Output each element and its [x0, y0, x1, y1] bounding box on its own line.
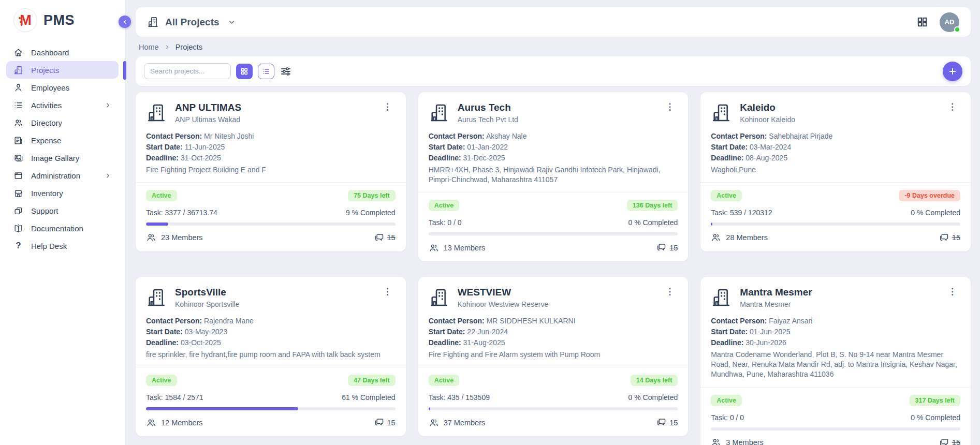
window-icon: [13, 171, 23, 181]
chat-button[interactable]: 15: [939, 437, 960, 445]
deadline-line: Deadline: 08-Aug-2025: [711, 153, 960, 164]
chevron-left-icon: [122, 19, 128, 25]
start-date-value: 01-Jan-2022: [467, 143, 508, 151]
members-icon: [429, 418, 439, 428]
progress-fill: [146, 407, 298, 410]
sidebar-item-image-gallery[interactable]: Image Gallary: [6, 149, 119, 167]
start-date-line: Start Date: 01-Jun-2025: [711, 327, 960, 337]
deadline-label: Deadline:: [429, 154, 461, 162]
sidebar-item-label: Dashboard: [31, 48, 69, 57]
sidebar-item-documentation[interactable]: Documentation: [6, 219, 119, 237]
card-menu-button[interactable]: ⋮: [945, 286, 960, 297]
project-description: fire sprinkler, fire hydrant,fire pump r…: [146, 350, 396, 360]
project-scope-selector[interactable]: All Projects: [147, 16, 236, 28]
start-date-value: 11-Jun-2025: [185, 143, 225, 151]
project-card[interactable]: Aurus Tech Aurus Tech Pvt Ltd ⋮ Contact …: [418, 92, 689, 261]
card-menu-button[interactable]: ⋮: [945, 101, 960, 112]
chat-icon: [656, 417, 667, 428]
chat-count: 15: [387, 419, 396, 427]
project-description: Fire Fighting and Fire Alarm system with…: [429, 350, 678, 360]
deadline-value: 31-Aug-2025: [463, 338, 505, 347]
sidebar-item-projects[interactable]: Projects: [6, 61, 119, 79]
status-badge: Active: [429, 375, 460, 386]
sidebar-item-directory[interactable]: Directory: [6, 114, 119, 131]
grid-view-button[interactable]: [236, 64, 253, 79]
contact-person-label: Contact Person:: [429, 132, 485, 140]
user-avatar[interactable]: AD: [940, 12, 959, 32]
members-count: 28 Members: [726, 233, 768, 242]
question-icon: ?: [13, 241, 23, 251]
apps-grid-icon[interactable]: [916, 16, 928, 28]
deadline-label: Deadline:: [711, 338, 743, 347]
progress-fill: [711, 222, 712, 226]
sidebar-collapse-button[interactable]: [119, 16, 131, 28]
deadline-label: Deadline:: [711, 154, 743, 162]
start-date-label: Start Date:: [711, 328, 748, 336]
members-icon: [429, 243, 439, 253]
card-divider: [418, 192, 689, 192]
contact-person-line: Contact Person: Mr Nitesh Joshi: [146, 131, 396, 142]
sidebar-item-administration[interactable]: Administration: [6, 167, 119, 184]
sidebar-item-expense[interactable]: Expense: [6, 131, 119, 149]
chat-button[interactable]: 15: [374, 232, 396, 243]
project-card[interactable]: SportsVille Kohinoor Sportsville ⋮ Conta…: [136, 277, 406, 436]
start-date-line: Start Date: 03-May-2023: [146, 327, 396, 337]
sidebar-item-activities[interactable]: Activities: [6, 96, 119, 114]
card-menu-button[interactable]: ⋮: [380, 101, 396, 112]
members-count: 37 Members: [444, 419, 486, 427]
task-count: Task: 1584 / 2571: [146, 393, 203, 402]
chat-icon: [939, 232, 949, 243]
project-name: Aurus Tech: [458, 101, 518, 114]
chat-button[interactable]: 15: [656, 417, 678, 428]
completed-percent: 0 % Completed: [911, 413, 960, 422]
add-project-button[interactable]: [943, 62, 962, 81]
contact-person-line: Contact Person: Faiyaz Ansari: [711, 316, 960, 327]
sidebar-item-help-desk[interactable]: ? Help Desk: [6, 237, 119, 255]
breadcrumb: Home Projects: [136, 37, 971, 51]
list-view-button[interactable]: [258, 64, 274, 79]
copy-icon: [13, 206, 23, 216]
breadcrumb-projects[interactable]: Projects: [175, 43, 202, 51]
chevron-down-icon: [227, 18, 236, 26]
building-icon: [146, 102, 167, 123]
chat-button[interactable]: 15: [656, 242, 678, 253]
filter-button[interactable]: [280, 65, 292, 78]
contact-person-line: Contact Person: Akshay Nale: [429, 131, 678, 142]
start-date-line: Start Date: 03-Mar-2024: [711, 142, 960, 153]
sidebar-item-inventory[interactable]: Inventory: [6, 184, 119, 202]
chat-icon: [374, 232, 385, 243]
sidebar-item-employees[interactable]: Employees: [6, 79, 119, 96]
project-card[interactable]: Mantra Mesmer Mantra Mesmer ⋮ Contact Pe…: [700, 277, 971, 445]
grid-view-icon: [240, 67, 248, 76]
active-route-indicator: [123, 61, 126, 80]
progress-bar: [429, 232, 678, 235]
progress-fill: [429, 407, 430, 410]
deadline-label: Deadline:: [146, 338, 179, 347]
contact-person-label: Contact Person:: [146, 132, 202, 140]
project-card[interactable]: Kaleido Kohinoor Kaleido ⋮ Contact Perso…: [700, 92, 971, 251]
sidebar-item-support[interactable]: Support: [6, 202, 119, 219]
breadcrumb-home[interactable]: Home: [139, 43, 159, 51]
card-menu-button[interactable]: ⋮: [662, 101, 678, 112]
project-name: ANP ULTIMAS: [175, 101, 241, 114]
days-badge: 75 Days left: [348, 190, 395, 201]
start-date-line: Start Date: 22-Jun-2024: [429, 327, 678, 337]
chevron-right-icon: [105, 172, 111, 179]
project-subtitle: Kohinoor Kaleido: [740, 115, 795, 124]
project-card[interactable]: WESTVIEW Kohinoor Westview Reserve ⋮ Con…: [418, 277, 689, 436]
project-description: Wagholi,Pune: [711, 165, 960, 175]
project-subtitle: Aurus Tech Pvt Ltd: [458, 115, 518, 124]
project-card[interactable]: ANP ULTIMAS ANP Ultimas Wakad ⋮ Contact …: [136, 92, 406, 251]
deadline-value: 31-Oct-2025: [181, 154, 221, 162]
chat-count: 15: [952, 233, 960, 242]
chat-icon: [656, 242, 667, 253]
progress-bar: [146, 407, 396, 410]
sidebar-item-dashboard[interactable]: Dashboard: [6, 43, 119, 61]
search-input[interactable]: [144, 63, 231, 79]
deadline-line: Deadline: 30-Jun-2026: [711, 337, 960, 348]
card-menu-button[interactable]: ⋮: [662, 286, 678, 297]
chat-button[interactable]: 15: [939, 232, 960, 243]
card-menu-button[interactable]: ⋮: [380, 286, 396, 297]
chat-button[interactable]: 15: [374, 417, 396, 428]
projects-grid: ANP ULTIMAS ANP Ultimas Wakad ⋮ Contact …: [136, 92, 971, 445]
